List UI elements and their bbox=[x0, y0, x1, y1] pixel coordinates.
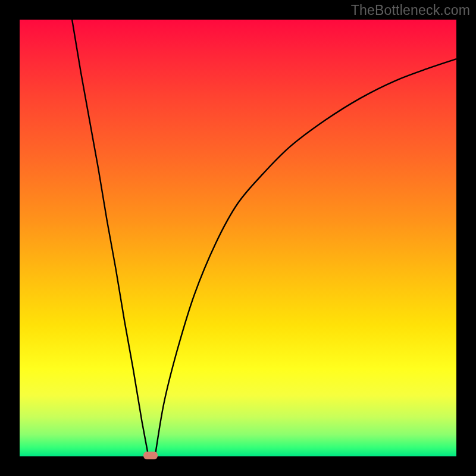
chart-frame: TheBottleneck.com bbox=[0, 0, 476, 476]
curve-left-branch bbox=[72, 20, 148, 456]
curve-layer bbox=[20, 20, 456, 456]
watermark-text: TheBottleneck.com bbox=[351, 2, 470, 18]
curve-right-branch bbox=[155, 59, 457, 456]
plot-area bbox=[20, 20, 456, 456]
minimum-marker bbox=[143, 452, 158, 459]
